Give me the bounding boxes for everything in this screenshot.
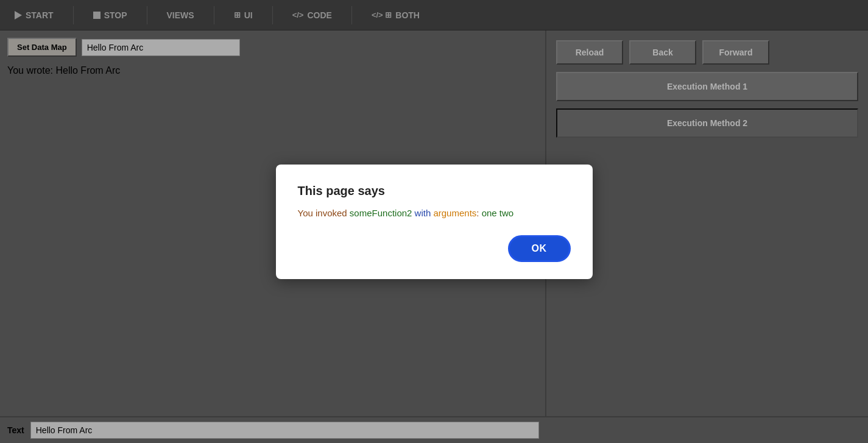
dialog-msg-part3: arguments <box>433 208 476 218</box>
dialog-overlay: This page says You invoked someFunction2… <box>0 0 868 443</box>
dialog: This page says You invoked someFunction2… <box>276 165 593 279</box>
dialog-msg-part4: : <box>476 208 481 218</box>
dialog-msg-args: one two <box>482 208 514 218</box>
dialog-message: You invoked someFunction2 with arguments… <box>298 208 571 218</box>
dialog-msg-part1: You invoked <box>298 208 350 218</box>
ok-label: OK <box>532 243 547 253</box>
dialog-ok-button[interactable]: OK <box>508 235 571 262</box>
dialog-msg-part2: with <box>412 208 433 218</box>
dialog-footer: OK <box>298 235 571 262</box>
dialog-title: This page says <box>298 184 571 198</box>
dialog-msg-function: someFunction2 <box>350 208 412 218</box>
